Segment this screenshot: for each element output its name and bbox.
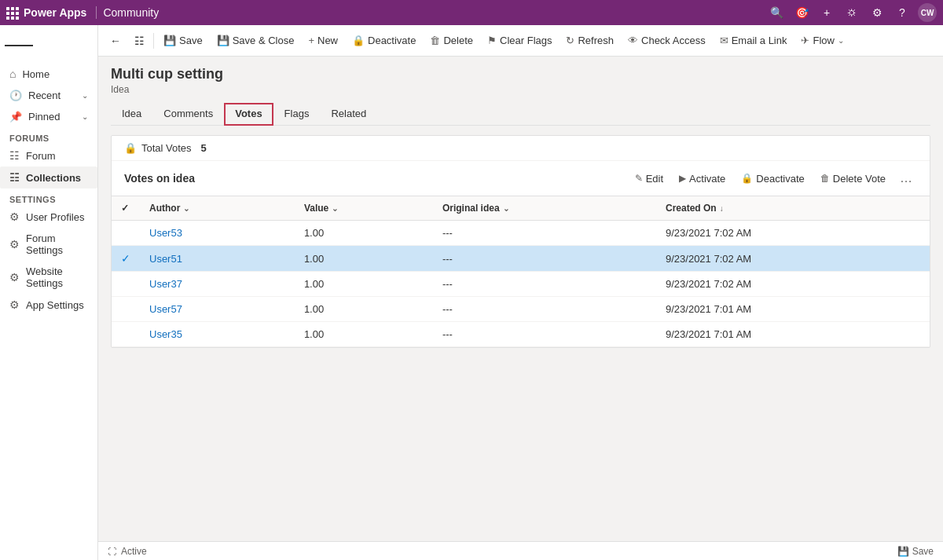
table-row[interactable]: ✓ User51 1.00 --- 9/23/2021 7:02 AM	[112, 246, 930, 272]
row-check-cell[interactable]: ✓	[112, 246, 140, 272]
row-author-cell: User35	[140, 322, 295, 347]
row-check-cell[interactable]	[112, 221, 140, 246]
status-bar: ⛶ Active 💾 Save	[98, 541, 943, 560]
clear-flags-button[interactable]: ⚑ Clear Flags	[481, 31, 558, 49]
row-original-idea-cell: ---	[433, 297, 656, 322]
save-close-button[interactable]: 💾 Save & Close	[211, 31, 301, 49]
table-body: User53 1.00 --- 9/23/2021 7:02 AM ✓ User…	[112, 221, 930, 347]
tab-votes[interactable]: Votes	[224, 103, 273, 126]
check-access-button[interactable]: 👁 Check Access	[622, 31, 712, 49]
status-save-label[interactable]: Save	[912, 546, 934, 557]
created-on-sort-icon: ↓	[720, 204, 724, 213]
expand-icon[interactable]: ⛶	[108, 547, 116, 556]
row-check-cell[interactable]	[112, 322, 140, 347]
edit-button[interactable]: ✎ Edit	[629, 170, 670, 188]
sidebar-item-app-settings[interactable]: ⚙ App Settings	[0, 294, 97, 316]
delete-vote-button[interactable]: 🗑 Delete Vote	[814, 170, 892, 188]
author-link[interactable]: User53	[149, 227, 182, 239]
row-check-cell[interactable]	[112, 272, 140, 297]
hamburger-menu[interactable]	[5, 31, 33, 60]
author-link[interactable]: User51	[149, 253, 182, 265]
help-icon[interactable]: ?	[893, 3, 912, 22]
sidebar-collections-label: Collections	[26, 172, 81, 184]
tab-comments[interactable]: Comments	[152, 103, 224, 126]
sidebar-item-recent[interactable]: 🕐 Recent ⌄	[0, 85, 97, 106]
tab-related[interactable]: Related	[320, 103, 377, 126]
table-row[interactable]: User35 1.00 --- 9/23/2021 7:01 AM	[112, 322, 930, 347]
row-value-cell: 1.00	[295, 322, 433, 347]
home-icon: ⌂	[9, 68, 16, 80]
refresh-icon: ↻	[566, 35, 574, 46]
table-row[interactable]: User57 1.00 --- 9/23/2021 7:01 AM	[112, 297, 930, 322]
col-value-header[interactable]: Value ⌄	[295, 196, 433, 221]
refresh-button[interactable]: ↻ Refresh	[560, 31, 620, 49]
sidebar-user-profiles-label: User Profiles	[26, 211, 84, 223]
sidebar-item-user-profiles[interactable]: ⚙ User Profiles	[0, 206, 97, 228]
grid-icon[interactable]	[6, 7, 17, 18]
goal-icon[interactable]: 🎯	[792, 3, 811, 22]
avatar[interactable]: CW	[918, 3, 937, 22]
pin-icon: 📌	[9, 111, 22, 123]
sidebar-item-forum-settings[interactable]: ⚙ Forum Settings	[0, 228, 97, 261]
col-created-on-header[interactable]: Created On ↓	[656, 196, 930, 221]
add-icon[interactable]: +	[817, 3, 836, 22]
deactivate-vote-button[interactable]: 🔒 Deactivate	[735, 170, 810, 188]
deactivate-button[interactable]: 🔒 Deactivate	[346, 31, 422, 49]
col-author-header[interactable]: Author ⌄	[140, 196, 295, 221]
votes-header: Votes on idea ✎ Edit ▶ Activate 🔒 Deact	[112, 161, 930, 196]
edit-icon: ✎	[635, 173, 643, 184]
settings-icon[interactable]: ⚙	[868, 3, 886, 22]
new-button[interactable]: + New	[302, 31, 344, 49]
row-created-on-cell: 9/23/2021 7:02 AM	[656, 221, 930, 246]
app-settings-icon: ⚙	[9, 298, 20, 311]
sidebar-item-collections[interactable]: ☷ Collections	[0, 167, 97, 188]
sidebar-item-forum[interactable]: ☷ Forum	[0, 145, 97, 167]
table-row[interactable]: User53 1.00 --- 9/23/2021 7:02 AM	[112, 221, 930, 246]
main-area: ← ☷ 💾 Save 💾 Save & Close + New 🔒 Deacti…	[98, 25, 943, 560]
data-table: ✓ Author ⌄ Value	[112, 196, 930, 347]
delete-button[interactable]: 🗑 Delete	[424, 31, 479, 49]
save-button[interactable]: 💾 Save	[157, 31, 209, 49]
filter-icon[interactable]: ⛭	[842, 3, 861, 22]
back-button[interactable]: ←	[105, 30, 127, 52]
table-area: 🔒 Total Votes 5 Votes on idea ✎ Edit	[111, 135, 930, 348]
author-link[interactable]: User37	[149, 278, 182, 290]
sidebar: ⌂ Home 🕐 Recent ⌄ 📌 Pinned ⌄ Forums ☷ Fo…	[0, 25, 98, 560]
activate-button[interactable]: ▶ Activate	[673, 170, 732, 188]
sidebar-item-pinned[interactable]: 📌 Pinned ⌄	[0, 106, 97, 127]
row-created-on-cell: 9/23/2021 7:02 AM	[656, 246, 930, 272]
row-original-idea-cell: ---	[433, 322, 656, 347]
tab-flags[interactable]: Flags	[273, 103, 321, 126]
sidebar-forum-label: Forum	[26, 150, 56, 162]
status-save-icon: 💾	[897, 546, 909, 557]
sidebar-item-home[interactable]: ⌂ Home	[0, 63, 97, 85]
sidebar-item-website-settings[interactable]: ⚙ Website Settings	[0, 261, 97, 294]
flow-button[interactable]: ✈ Flow ⌄	[794, 31, 849, 49]
votes-actions: ✎ Edit ▶ Activate 🔒 Deactivate 🗑	[629, 167, 917, 189]
status-right: 💾 Save	[897, 546, 934, 557]
save-close-icon: 💾	[217, 35, 229, 46]
view-toggle-button[interactable]: ☷	[128, 30, 150, 52]
recent-icon: 🕐	[9, 90, 22, 101]
row-original-idea-cell: ---	[433, 272, 656, 297]
check-access-icon: 👁	[628, 35, 638, 46]
more-options-button[interactable]: …	[895, 167, 917, 189]
email-link-button[interactable]: ✉ Email a Link	[714, 31, 794, 49]
row-check-cell[interactable]	[112, 297, 140, 322]
check-all-icon[interactable]: ✓	[121, 203, 129, 214]
table-row[interactable]: User37 1.00 --- 9/23/2021 7:02 AM	[112, 272, 930, 297]
activate-icon: ▶	[679, 173, 686, 184]
author-link[interactable]: User57	[149, 303, 182, 315]
sidebar-app-settings-label: App Settings	[26, 299, 84, 311]
search-icon[interactable]: 🔍	[767, 3, 786, 22]
top-bar-separator	[96, 6, 97, 19]
col-original-idea-header[interactable]: Original idea ⌄	[433, 196, 656, 221]
row-created-on-cell: 9/23/2021 7:02 AM	[656, 272, 930, 297]
author-link[interactable]: User35	[149, 328, 182, 340]
row-author-cell: User53	[140, 221, 295, 246]
forum-icon: ☷	[9, 149, 20, 162]
collections-icon: ☷	[9, 171, 20, 184]
save-icon: 💾	[163, 35, 176, 46]
tab-idea[interactable]: Idea	[111, 103, 152, 126]
row-created-on-cell: 9/23/2021 7:01 AM	[656, 322, 930, 347]
